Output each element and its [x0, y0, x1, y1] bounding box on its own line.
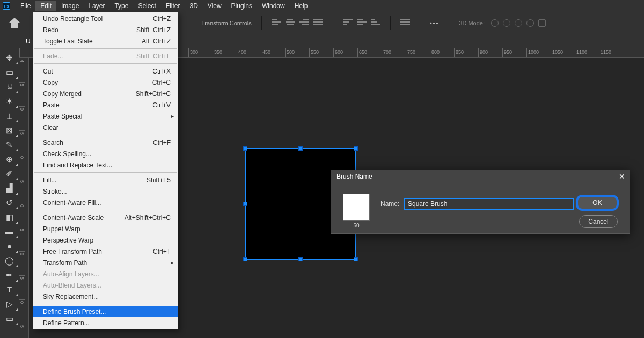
menu-item-define-pattern[interactable]: Define Pattern... — [33, 317, 178, 328]
menu-separator — [34, 304, 177, 304]
dialog-titlebar[interactable]: Brush Name ✕ — [331, 170, 630, 183]
healing-brush-tool[interactable]: ⊕ — [1, 152, 18, 166]
menu-item-paste-special[interactable]: Paste Special▸ — [33, 111, 178, 122]
menu-item-shortcut: Shift+Ctrl+F — [136, 53, 171, 60]
menu-item-label: Cut — [43, 68, 53, 75]
menu-item-free-transform-path[interactable]: Free Transform PathCtrl+T — [33, 246, 178, 257]
ok-button[interactable]: OK — [576, 195, 619, 211]
align-bottom-icon[interactable] — [371, 19, 380, 27]
more-options-icon[interactable]: ••• — [430, 20, 440, 26]
menu-plugins[interactable]: Plugins — [226, 1, 257, 11]
align-right-icon[interactable] — [299, 19, 309, 27]
menu-help[interactable]: Help — [290, 1, 313, 11]
handle-top-left[interactable] — [243, 146, 247, 151]
menu-separator — [34, 172, 177, 173]
handle-bottom-right[interactable] — [354, 257, 358, 261]
menu-type[interactable]: Type — [109, 1, 133, 11]
menu-separator — [34, 63, 177, 64]
menu-item-content-aware-scale[interactable]: Content-Aware ScaleAlt+Shift+Ctrl+C — [33, 212, 178, 223]
document-tab-label: U — [26, 38, 31, 45]
eyedropper-tool[interactable]: ✎ — [1, 137, 18, 152]
menu-item-undo-rectangle-tool[interactable]: Undo Rectangle ToolCtrl+Z — [33, 13, 178, 24]
3d-orbit-icon[interactable] — [491, 19, 499, 27]
move-tool[interactable]: ✥ — [1, 50, 18, 65]
menu-view[interactable]: View — [203, 1, 226, 11]
menu-item-toggle-last-state[interactable]: Toggle Last StateAlt+Ctrl+Z — [33, 35, 178, 47]
menu-separator — [34, 135, 177, 135]
marquee-tool[interactable]: ▭ — [1, 65, 18, 79]
menu-item-fill[interactable]: Fill...Shift+F5 — [33, 174, 178, 186]
align-middle-icon[interactable] — [357, 19, 367, 27]
menu-window[interactable]: Window — [257, 1, 290, 11]
pen-tool[interactable]: ✒ — [1, 268, 18, 282]
eraser-tool[interactable]: ◧ — [1, 210, 18, 224]
lasso-tool[interactable]: ⌑ — [1, 79, 18, 94]
type-tool[interactable]: T — [1, 282, 18, 297]
menu-edit[interactable]: Edit — [35, 1, 56, 11]
magic-wand-tool[interactable]: ✶ — [1, 94, 18, 108]
distribute-icon[interactable] — [313, 19, 323, 27]
menu-select[interactable]: Select — [133, 1, 160, 11]
menu-item-copy-merged[interactable]: Copy MergedShift+Ctrl+C — [33, 88, 178, 99]
brush-name-input[interactable] — [404, 198, 574, 210]
menu-item-check-spelling[interactable]: Check Spelling... — [33, 148, 178, 159]
frame-tool[interactable]: ⊠ — [1, 123, 18, 137]
3d-pan-icon[interactable] — [515, 19, 522, 27]
menu-item-find-and-replace-text[interactable]: Find and Replace Text... — [33, 159, 178, 171]
home-icon[interactable] — [10, 18, 20, 28]
menu-item-redo[interactable]: RedoShift+Ctrl+Z — [33, 24, 178, 35]
path-selection-tool[interactable]: ▷ — [1, 297, 18, 311]
menu-item-content-aware-fill[interactable]: Content-Aware Fill... — [33, 197, 178, 208]
menu-file[interactable]: File — [16, 1, 35, 11]
menu-item-label: Clear — [43, 124, 58, 131]
menu-item-perspective-warp[interactable]: Perspective Warp — [33, 234, 178, 246]
handle-top-middle[interactable] — [298, 146, 303, 151]
menu-item-copy[interactable]: CopyCtrl+C — [33, 77, 178, 88]
menu-item-search[interactable]: SearchCtrl+F — [33, 137, 178, 148]
align-group — [272, 19, 323, 27]
align-top-icon[interactable] — [343, 19, 353, 27]
rectangle-tool[interactable]: ▭ — [1, 311, 18, 326]
handle-bottom-middle[interactable] — [298, 257, 303, 261]
menu-item-label: Toggle Last State — [43, 38, 93, 45]
tools-panel: ✥▭⌑✶⟂⊠✎⊕✐▟↺◧▬●◯✒T▷▭ — [0, 48, 19, 338]
blur-tool[interactable]: ● — [1, 239, 18, 253]
menu-layer[interactable]: Layer — [84, 1, 109, 11]
menu-filter[interactable]: Filter — [161, 1, 185, 11]
menu-item-shortcut: Alt+Shift+Ctrl+C — [125, 214, 171, 222]
align-center-h-icon[interactable] — [286, 19, 295, 27]
menu-item-puppet-warp[interactable]: Puppet Warp — [33, 223, 178, 234]
menu-item-transform-path[interactable]: Transform Path▸ — [33, 257, 178, 268]
submenu-arrow-icon: ▸ — [171, 260, 174, 266]
gradient-tool[interactable]: ▬ — [1, 224, 18, 239]
menu-item-shortcut: Shift+F5 — [147, 177, 171, 184]
handle-middle-left[interactable] — [243, 202, 247, 206]
dialog-title: Brush Name — [336, 173, 372, 180]
distribute-v-icon[interactable] — [400, 19, 410, 27]
cancel-button[interactable]: Cancel — [579, 215, 618, 228]
crop-tool[interactable]: ⟂ — [1, 108, 18, 123]
handle-top-right[interactable] — [354, 146, 358, 151]
menu-item-label: Content-Aware Scale — [43, 214, 104, 222]
history-brush-tool[interactable]: ↺ — [1, 195, 18, 210]
menu-item-paste[interactable]: PasteCtrl+V — [33, 99, 178, 111]
menu-item-stroke[interactable]: Stroke... — [33, 186, 178, 197]
menu-image[interactable]: Image — [56, 1, 84, 11]
3d-roll-icon[interactable] — [503, 19, 510, 27]
handle-bottom-left[interactable] — [243, 257, 247, 261]
menu-item-clear[interactable]: Clear — [33, 122, 178, 133]
align-left-icon[interactable] — [272, 19, 281, 27]
menu-3d[interactable]: 3D — [185, 1, 202, 11]
3d-slide-icon[interactable] — [526, 19, 534, 27]
menu-item-define-brush-preset[interactable]: Define Brush Preset... — [33, 306, 178, 317]
menu-item-sky-replacement[interactable]: Sky Replacement... — [33, 291, 178, 302]
menu-separator — [34, 48, 177, 49]
menu-item-label: Stroke... — [43, 188, 67, 195]
dodge-tool[interactable]: ◯ — [1, 253, 18, 268]
menu-item-cut[interactable]: CutCtrl+X — [33, 65, 178, 77]
menu-item-auto-blend-layers: Auto-Blend Layers... — [33, 280, 178, 291]
brush-tool[interactable]: ✐ — [1, 166, 18, 181]
close-icon[interactable]: ✕ — [619, 172, 625, 181]
3d-zoom-icon[interactable] — [538, 19, 546, 27]
clone-stamp-tool[interactable]: ▟ — [1, 181, 18, 195]
